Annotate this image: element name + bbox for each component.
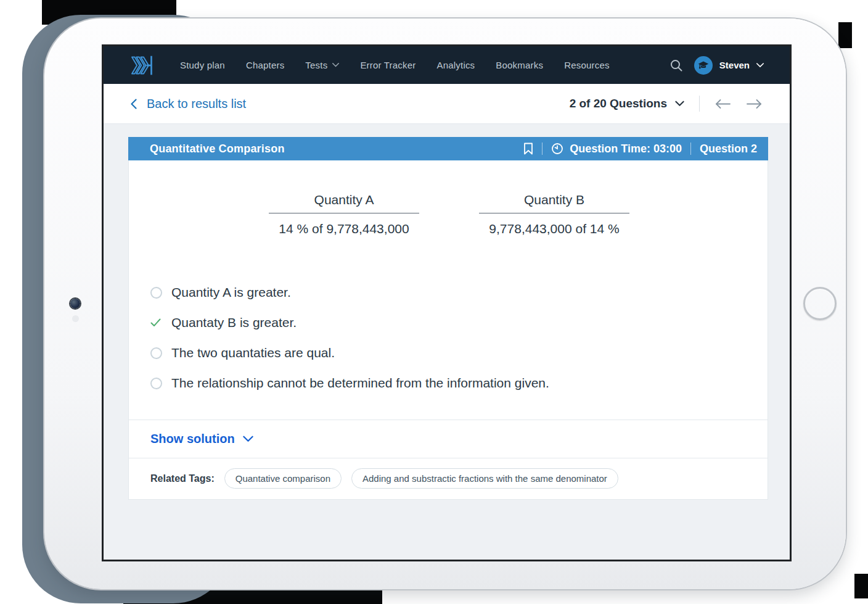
pager-arrows: [714, 99, 763, 109]
answer-option-1[interactable]: Quantity A is greater.: [150, 283, 768, 302]
next-question-button[interactable]: [746, 99, 763, 109]
quantity-b-label: Quantity B: [479, 192, 629, 213]
tablet-camera: [70, 299, 80, 308]
arrow-left-icon: [714, 99, 731, 109]
app-screen: Study plan Chapters Tests Error Tracker …: [102, 44, 792, 561]
question-card-header: Quantitative Comparison Question Time: 0…: [128, 137, 768, 160]
nav-item-study-plan[interactable]: Study plan: [180, 60, 225, 70]
nav-item-bookmarks[interactable]: Bookmarks: [496, 60, 543, 70]
chevron-down-icon: [332, 63, 339, 67]
pager-label: 2 of 20 Questions: [570, 97, 667, 110]
nav-items: Study plan Chapters Tests Error Tracker …: [180, 60, 610, 70]
header-divider: [542, 143, 542, 155]
answer-option-2[interactable]: Quantaty B is greater.: [150, 313, 768, 332]
show-solution-toggle[interactable]: Show solution: [129, 420, 768, 458]
results-subheader: Back to results list 2 of 20 Questions: [104, 84, 790, 124]
answer-option-label: The relationship cannot be determined fr…: [171, 376, 549, 391]
answer-option-label: Quantity A is greater.: [171, 285, 291, 300]
quantity-a: Quantity A 14 % of 9,778,443,000: [269, 192, 419, 236]
user-name: Steven: [719, 60, 750, 70]
tag-adding-substracting-fractions[interactable]: Adding and substractic fractions with th…: [351, 468, 618, 489]
page: Study plan Chapters Tests Error Tracker …: [0, 0, 868, 604]
question-time: Question Time: 03:00: [570, 143, 682, 155]
back-to-results-link[interactable]: Back to results list: [131, 97, 246, 111]
back-link-label: Back to results list: [147, 97, 246, 111]
nav-item-resources[interactable]: Resources: [564, 60, 610, 70]
quantity-b: Quantity B 9,778,443,000 of 14 %: [479, 192, 629, 236]
answer-option-label: Quantaty B is greater.: [171, 315, 297, 330]
previous-question-button[interactable]: [714, 99, 731, 109]
radio-unselected-icon[interactable]: [150, 287, 162, 299]
nav-item-label: Bookmarks: [496, 60, 543, 70]
arrow-right-icon: [746, 99, 763, 109]
answer-option-4[interactable]: The relationship cannot be determined fr…: [150, 374, 768, 392]
top-navbar: Study plan Chapters Tests Error Tracker …: [104, 46, 790, 84]
question-header-right: Question Time: 03:00 Question 2: [523, 143, 757, 155]
question-card: Quantitative Comparison Question Time: 0…: [128, 137, 768, 500]
nav-item-chapters[interactable]: Chapters: [246, 60, 284, 70]
user-menu[interactable]: Steven: [694, 56, 764, 75]
background-shape-top-right: [838, 22, 852, 48]
tablet-light-sensor: [72, 315, 79, 322]
check-mark-icon[interactable]: [150, 318, 162, 327]
quantity-a-value: 14 % of 9,778,443,000: [269, 221, 419, 236]
nav-item-label: Error Tracker: [360, 60, 416, 70]
search-icon[interactable]: [669, 59, 683, 72]
avatar: [694, 56, 713, 75]
graduation-cap-icon: [697, 60, 710, 71]
answer-options: Quantity A is greater. Quantaty B is gre…: [129, 283, 768, 420]
tag-quantative-comparison[interactable]: Quantative comparison: [224, 468, 342, 489]
show-solution-label: Show solution: [150, 432, 235, 446]
nav-item-label: Chapters: [246, 60, 284, 70]
nav-item-tests[interactable]: Tests: [305, 60, 339, 70]
quantity-b-value: 9,778,443,000 of 14 %: [479, 221, 629, 236]
question-pager: 2 of 20 Questions: [570, 96, 763, 112]
pager-divider: [699, 96, 700, 112]
chevron-down-icon: [675, 101, 684, 107]
question-type-title: Quantitative Comparison: [150, 143, 285, 155]
nav-right-group: Steven: [669, 56, 764, 75]
chevron-down-icon: [756, 63, 764, 68]
header-divider: [690, 143, 691, 155]
tablet-home-button[interactable]: [803, 287, 837, 320]
chevron-down-icon: [243, 436, 253, 442]
timer-icon: [551, 143, 563, 155]
chevron-left-icon: [131, 99, 137, 109]
quantity-a-label: Quantity A: [269, 192, 419, 213]
question-card-body: Quantity A 14 % of 9,778,443,000 Quantit…: [128, 160, 768, 500]
radio-unselected-icon[interactable]: [150, 378, 162, 389]
bookmark-icon[interactable]: [523, 143, 533, 155]
main-content: Quantitative Comparison Question Time: 0…: [104, 124, 790, 560]
nav-item-label: Tests: [305, 60, 327, 70]
radio-unselected-icon[interactable]: [150, 347, 162, 359]
quantities: Quantity A 14 % of 9,778,443,000 Quantit…: [129, 160, 768, 236]
nav-item-error-tracker[interactable]: Error Tracker: [360, 60, 416, 70]
answer-option-3[interactable]: The two quantaties are qual.: [150, 344, 768, 362]
related-tags-row: Related Tags: Quantative comparison Addi…: [129, 458, 768, 499]
nav-item-label: Study plan: [180, 60, 225, 70]
nav-item-label: Resources: [564, 60, 610, 70]
nav-item-label: Analytics: [437, 60, 475, 70]
brand-logo-icon[interactable]: [131, 54, 155, 77]
related-tags-label: Related Tags:: [150, 473, 215, 484]
nav-item-analytics[interactable]: Analytics: [437, 60, 475, 70]
background-shape-bottom-right: [854, 574, 868, 598]
question-pager-dropdown[interactable]: 2 of 20 Questions: [570, 97, 684, 110]
answer-option-label: The two quantaties are qual.: [171, 345, 335, 360]
question-number: Question 2: [700, 143, 757, 155]
